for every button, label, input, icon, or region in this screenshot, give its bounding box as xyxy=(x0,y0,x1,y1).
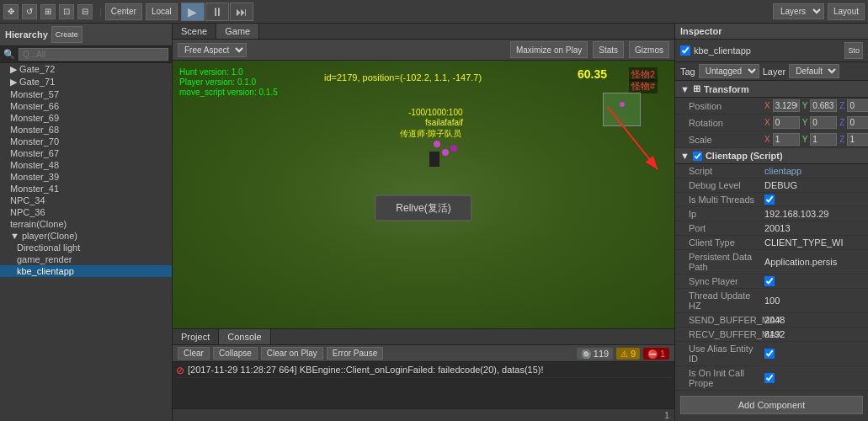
debug-level-label: Debug Level xyxy=(689,180,764,190)
hierarchy-item-monster68[interactable]: Monster_68 xyxy=(0,124,172,136)
transform-section-header[interactable]: ▼ ⊞ Transform xyxy=(675,81,868,98)
rot-z-input[interactable] xyxy=(847,116,868,129)
clear-button[interactable]: Clear xyxy=(178,347,210,360)
relive-button[interactable]: Relive(复活) xyxy=(375,195,471,221)
hierarchy-item-monster66[interactable]: Monster_66 xyxy=(0,100,172,112)
hierarchy-item-monster69[interactable]: Monster_69 xyxy=(0,112,172,124)
layers-dropdown[interactable]: Layers xyxy=(773,3,824,19)
persistent-path-row: Persistent Data Path Application.persis xyxy=(675,250,868,274)
create-button[interactable]: Create xyxy=(51,26,83,43)
clientapp-enabled-checkbox[interactable] xyxy=(693,152,702,161)
script-value[interactable]: clientapp xyxy=(764,166,863,176)
mini-map-enemy xyxy=(620,102,625,107)
rect-tool-icon[interactable]: ⊡ xyxy=(59,4,74,19)
error-pause-button[interactable]: Error Pause xyxy=(327,347,383,360)
center-button[interactable]: Center xyxy=(105,3,142,20)
hierarchy-item-game-render[interactable]: game_render xyxy=(0,253,172,265)
hierarchy-item-directional[interactable]: Directional light xyxy=(0,242,172,253)
scale-x-input[interactable] xyxy=(773,133,800,146)
send-buffer-row: SEND_BUFFER_MAX 2048 xyxy=(675,313,868,328)
transform-label: Transform xyxy=(704,84,749,94)
tab-project[interactable]: Project xyxy=(173,329,219,344)
hierarchy-item-terrain[interactable]: terrain(Clone) xyxy=(0,218,172,230)
hierarchy-item-monster67[interactable]: Monster_67 xyxy=(0,147,172,159)
sync-player-checkbox[interactable] xyxy=(764,276,775,286)
obj-active-checkbox[interactable] xyxy=(680,45,690,56)
port-value: 20013 xyxy=(764,223,863,233)
is-on-init-checkbox[interactable] xyxy=(764,373,775,383)
hierarchy-item-monster39[interactable]: Monster_39 xyxy=(0,171,172,183)
tab-game[interactable]: Game xyxy=(216,24,259,39)
hierarchy-item-monster70[interactable]: Monster_70 xyxy=(0,136,172,147)
clear-on-play-button[interactable]: Clear on Play xyxy=(261,347,323,360)
gizmos-button[interactable]: Gizmos xyxy=(629,41,669,58)
scale-tool-icon[interactable]: ⊞ xyxy=(40,4,56,19)
pos-x-input[interactable] xyxy=(773,99,800,112)
scale-label: Scale xyxy=(689,135,764,145)
custom-tool-icon[interactable]: ⊟ xyxy=(77,4,93,19)
hierarchy-title: Hierarchy xyxy=(5,29,48,40)
tab-scene[interactable]: Scene xyxy=(173,24,216,39)
hierarchy-item-gate72[interactable]: ▶ Gate_72 xyxy=(0,63,172,76)
hierarchy-item-gate71[interactable]: ▶ Gate_71 xyxy=(0,76,172,88)
hierarchy-item-player[interactable]: ▼ player(Clone) xyxy=(0,230,172,242)
tag-label: Tag xyxy=(680,67,695,77)
bottom-area: Project Console Clear Collapse Clear on … xyxy=(173,328,674,421)
console-entry-text: [2017-11-29 11:28:27 664] KBEngine::Clie… xyxy=(188,365,544,375)
hierarchy-item-monster48[interactable]: Monster_48 xyxy=(0,159,172,171)
tag-select[interactable]: Untagged xyxy=(699,64,759,78)
move-tool-icon[interactable]: ✥ xyxy=(3,4,19,19)
pos-z-input[interactable] xyxy=(847,99,868,112)
hierarchy-item-kbe[interactable]: kbe_clientapp xyxy=(0,265,172,277)
hierarchy-search-input[interactable] xyxy=(19,48,168,61)
scale-y-label: Y xyxy=(802,135,808,144)
transform-icon: ⊞ xyxy=(693,83,700,94)
rotation-row: Rotation X Y Z xyxy=(675,115,868,131)
hierarchy-list: ▶ Gate_72 ▶ Gate_71 Monster_57 Monster_6… xyxy=(0,63,172,421)
script-label: Script xyxy=(689,166,764,176)
console-entry-1[interactable]: ⊘ [2017-11-29 11:28:27 664] KBEngine::Cl… xyxy=(176,364,671,378)
step-button[interactable]: ⏭ xyxy=(230,3,253,21)
client-type-value: CLIENT_TYPE_WI xyxy=(764,237,863,248)
collapse-button[interactable]: Collapse xyxy=(213,347,258,360)
clientapp-section-header[interactable]: ▼ Clientapp (Script) xyxy=(675,148,868,164)
local-button[interactable]: Local xyxy=(146,3,178,20)
warn-count-badge: ⚠ 9 xyxy=(616,348,640,360)
use-alias-label: Use Alias Entity ID xyxy=(689,344,764,364)
hierarchy-search-bar: 🔍 xyxy=(0,46,172,63)
rot-y-label: Y xyxy=(802,118,808,127)
scroll-indicator: 1 xyxy=(173,408,674,421)
hierarchy-item-monster41[interactable]: Monster_41 xyxy=(0,183,172,195)
hierarchy-item-monster57[interactable]: Monster_57 xyxy=(0,88,172,100)
transform-arrow: ▼ xyxy=(680,84,690,94)
maximize-button[interactable]: Maximize on Play xyxy=(510,41,588,58)
pause-button[interactable]: ⏸ xyxy=(205,3,229,21)
rotate-tool-icon[interactable]: ↺ xyxy=(22,4,37,19)
sync-player-label: Sync Player xyxy=(689,276,764,286)
layer-select[interactable]: Default xyxy=(789,64,839,78)
tab-console[interactable]: Console xyxy=(219,329,270,344)
multi-threads-checkbox[interactable] xyxy=(764,195,775,205)
play-button[interactable]: ▶ xyxy=(181,3,205,21)
use-alias-value xyxy=(764,349,863,359)
search-icon: 🔍 xyxy=(3,49,15,60)
scale-y-input[interactable] xyxy=(810,133,837,146)
main-area: Hierarchy Create 🔍 ▶ Gate_72 ▶ Gate_71 M… xyxy=(0,24,868,421)
hierarchy-item-npc36[interactable]: NPC_36 xyxy=(0,206,172,218)
ip-label: Ip xyxy=(689,209,764,219)
use-alias-checkbox[interactable] xyxy=(764,349,775,359)
scale-z-label: Z xyxy=(839,135,844,144)
aspect-select[interactable]: Free Aspect xyxy=(178,43,247,57)
rot-y-input[interactable] xyxy=(810,116,837,129)
scene-game-tabs: Scene Game xyxy=(173,24,674,40)
console-content: ⊘ [2017-11-29 11:28:27 664] KBEngine::Cl… xyxy=(173,362,674,408)
static-button[interactable]: Sto xyxy=(844,42,863,59)
hierarchy-item-npc34[interactable]: NPC_34 xyxy=(0,195,172,206)
is-on-init-row: Is On Init Call Prope xyxy=(675,366,868,391)
stats-button[interactable]: Stats xyxy=(593,41,624,58)
pos-y-input[interactable] xyxy=(810,99,837,112)
scale-z-input[interactable] xyxy=(847,133,868,146)
add-component-button[interactable]: Add Component xyxy=(680,396,863,414)
layout-button[interactable]: Layout xyxy=(828,3,865,20)
rot-x-input[interactable] xyxy=(773,116,800,129)
